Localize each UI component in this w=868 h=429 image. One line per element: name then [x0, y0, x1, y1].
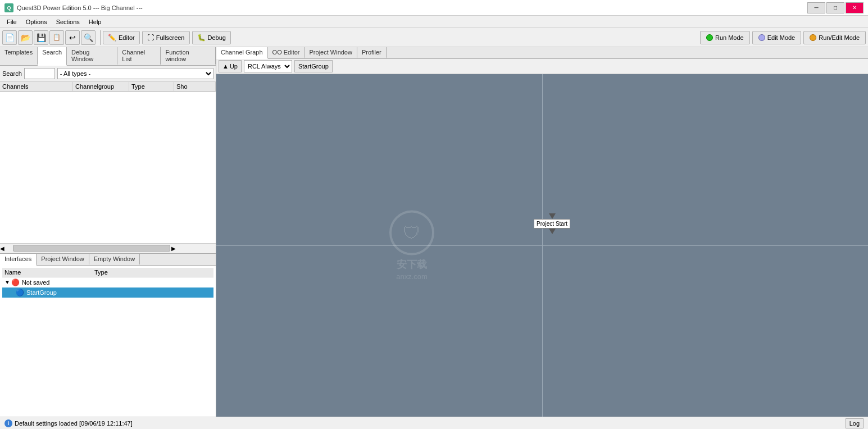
- col-header-channels: Channels: [0, 82, 73, 91]
- tab-templates[interactable]: Templates: [0, 47, 38, 65]
- col-header-channelgroup: Channelgroup: [73, 82, 129, 91]
- run-mode-button[interactable]: Run Mode: [700, 31, 750, 44]
- debug-button[interactable]: 🐛 Debug: [192, 31, 231, 44]
- editor-toolbar: ✏️ Editor ⛶ Fullscreen 🐛 Debug: [103, 31, 231, 44]
- tree-child-label: StartGroup: [26, 289, 57, 296]
- tab-debug-window[interactable]: Debug Window: [67, 47, 117, 65]
- menu-options[interactable]: Options: [21, 17, 52, 26]
- tree-item-root[interactable]: ▼ 🔴 Not saved: [2, 277, 213, 287]
- tab-function-window[interactable]: Function window: [161, 47, 216, 65]
- tree-expand-icon: ▼: [4, 279, 10, 285]
- fullscreen-button[interactable]: ⛶ Fullscreen: [142, 31, 190, 44]
- node-box[interactable]: Project Start: [534, 219, 570, 229]
- menubar: File Options Sections Help: [0, 16, 868, 28]
- run-edit-mode-button[interactable]: Run/Edit Mode: [803, 31, 866, 44]
- search-input[interactable]: [24, 68, 55, 79]
- watermark-url: anxz.com: [396, 272, 428, 281]
- status-message: Default settings loaded [09/06/19 12:11:…: [15, 420, 133, 427]
- search-label: Search: [2, 70, 22, 77]
- nav-bar: ▲ Up RCL Always StartGroup: [216, 59, 868, 74]
- channel-table-header: Channels Channelgroup Type Sho: [0, 82, 216, 92]
- up-button[interactable]: ▲ Up: [219, 60, 242, 72]
- channel-table-body: [0, 92, 216, 243]
- new-button[interactable]: 📄: [2, 30, 17, 45]
- tab-interfaces[interactable]: Interfaces: [0, 254, 37, 266]
- tab-search[interactable]: Search: [38, 47, 67, 66]
- editor-label: Editor: [119, 34, 135, 41]
- tree-root-icon: 🔴: [11, 279, 20, 286]
- right-panel: Channel Graph OO Editor Project Window P…: [216, 47, 868, 417]
- left-panel: Templates Search Debug Window Channel Li…: [0, 47, 216, 417]
- col-header-short: Sho: [174, 82, 216, 91]
- startgroup-button[interactable]: StartGroup: [294, 60, 333, 72]
- tree-child-icon: 🔵: [16, 289, 24, 296]
- up-icon: ▲: [222, 63, 229, 70]
- tab-oo-editor[interactable]: OO Editor: [268, 47, 305, 58]
- up-label: Up: [230, 63, 238, 70]
- type-select[interactable]: - All types -: [57, 68, 213, 79]
- fullscreen-icon: ⛶: [147, 34, 154, 42]
- scroll-left-btn[interactable]: ◀: [0, 245, 4, 252]
- maximize-button[interactable]: □: [826, 2, 844, 13]
- saveas-button[interactable]: 📋: [49, 30, 64, 45]
- edit-mode-indicator: [758, 34, 765, 41]
- edit-mode-label: Edit Mode: [767, 34, 796, 41]
- tree-header: Name Type: [2, 268, 213, 277]
- status-icon: i: [4, 419, 12, 427]
- minimize-button[interactable]: ─: [807, 2, 825, 13]
- fullscreen-label: Fullscreen: [156, 34, 185, 41]
- undo-button[interactable]: ↩: [65, 30, 80, 45]
- save-button[interactable]: 💾: [34, 30, 48, 45]
- node-arrow-top: [549, 213, 556, 219]
- close-button[interactable]: ✕: [846, 2, 864, 13]
- tree-area: Name Type ▼ 🔴 Not saved 🔵 StartGroup: [0, 266, 216, 300]
- tree-col-type-header: Type: [94, 269, 211, 276]
- tab-channel-list[interactable]: Channel List: [117, 47, 161, 65]
- find-button[interactable]: 🔍: [81, 30, 96, 45]
- tab-project-window-right[interactable]: Project Window: [305, 47, 357, 58]
- toolbar-row: 📄 📂 💾 📋 ↩ 🔍 ✏️ Editor ⛶ Fullscreen 🐛 Deb…: [0, 28, 868, 47]
- tab-project-window[interactable]: Project Window: [37, 254, 89, 265]
- open-button[interactable]: 📂: [18, 30, 33, 45]
- tab-empty-window[interactable]: Empty Window: [89, 254, 140, 265]
- startgroup-label: StartGroup: [298, 63, 329, 70]
- run-mode-indicator: [706, 34, 713, 41]
- menu-sections[interactable]: Sections: [52, 17, 84, 26]
- statusbar: i Default settings loaded [09/06/19 12:1…: [0, 417, 868, 429]
- tree-item-startgroup[interactable]: 🔵 StartGroup: [2, 287, 213, 298]
- h-scroll-area: ◀ ▶: [0, 243, 216, 253]
- bottom-panel: Name Type ▼ 🔴 Not saved 🔵 StartGroup: [0, 266, 216, 417]
- scroll-right-btn[interactable]: ▶: [171, 245, 176, 252]
- project-start-node[interactable]: Project Start: [534, 213, 570, 234]
- tab-profiler[interactable]: Profiler: [357, 47, 387, 58]
- tree-col-name-header: Name: [4, 269, 94, 276]
- node-arrow-bottom: [549, 229, 556, 234]
- canvas-area[interactable]: 🛡 安下载 anxz.com Project Start: [216, 74, 868, 417]
- editor-icon: ✏️: [108, 34, 116, 42]
- canvas-v-divider: [542, 74, 543, 417]
- tree-root-label: Not saved: [22, 279, 50, 286]
- menu-file[interactable]: File: [2, 17, 21, 26]
- search-area: Search - All types -: [0, 66, 216, 82]
- tab-channel-graph[interactable]: Channel Graph: [216, 47, 268, 59]
- left-tab-strip: Templates Search Debug Window Channel Li…: [0, 47, 216, 66]
- titlebar: Q Quest3D Power Edition 5.0 --- Big Chan…: [0, 0, 868, 16]
- window-title: Quest3D Power Edition 5.0 --- Big Channe…: [17, 4, 807, 11]
- right-top-tabs: Channel Graph OO Editor Project Window P…: [216, 47, 868, 59]
- watermark-icon: 🛡: [389, 211, 434, 255]
- project-start-label: Project Start: [537, 221, 567, 227]
- bottom-tab-strip: Interfaces Project Window Empty Window: [0, 253, 216, 266]
- debug-label: Debug: [208, 34, 226, 41]
- edit-mode-button[interactable]: Edit Mode: [752, 31, 802, 44]
- debug-icon: 🐛: [197, 34, 206, 42]
- app-icon: Q: [4, 3, 13, 12]
- h-scrollbar[interactable]: [13, 245, 170, 252]
- run-mode-label: Run Mode: [715, 34, 744, 41]
- log-button[interactable]: Log: [846, 418, 864, 428]
- col-header-type: Type: [129, 82, 174, 91]
- watermark-text: 安下载: [397, 258, 427, 271]
- editor-button[interactable]: ✏️ Editor: [103, 31, 140, 44]
- rcl-select[interactable]: RCL Always: [244, 60, 292, 72]
- menu-help[interactable]: Help: [84, 17, 106, 26]
- run-edit-mode-label: Run/Edit Mode: [819, 34, 860, 41]
